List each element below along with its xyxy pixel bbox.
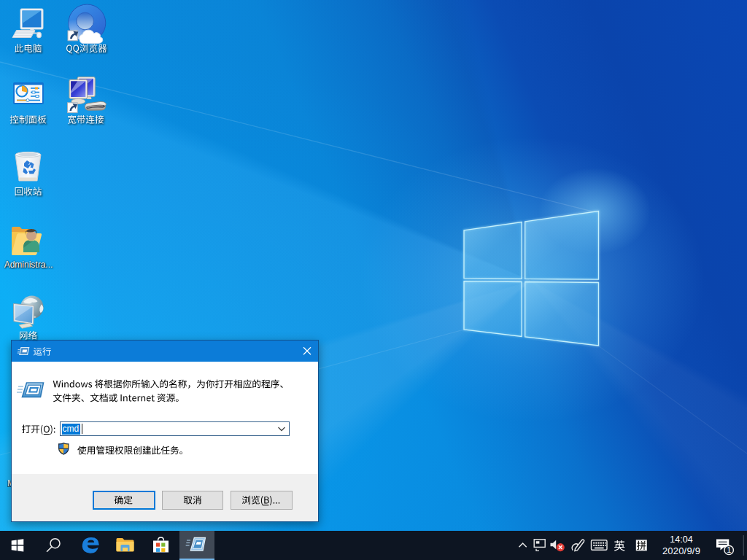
svg-text:Administra...: Administra...: [4, 260, 53, 270]
svg-text:1: 1: [727, 545, 731, 554]
